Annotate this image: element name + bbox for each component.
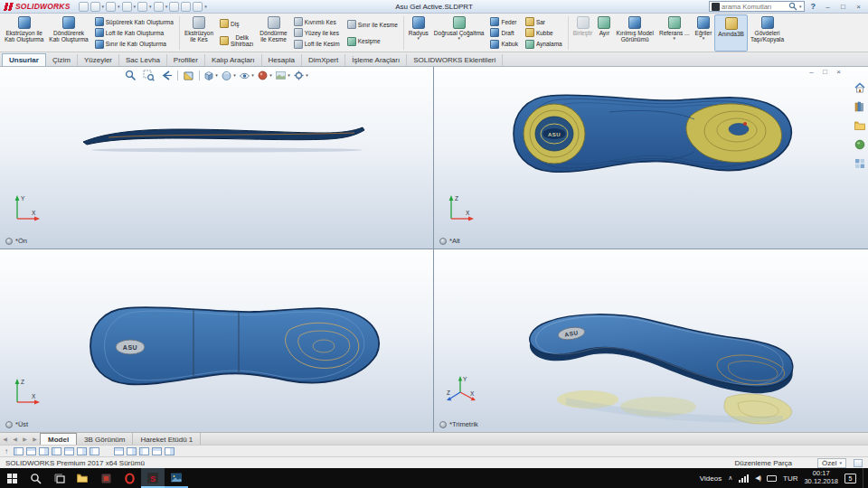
tray-expand-icon[interactable]: ∧ <box>728 474 732 482</box>
swept-cut-button[interactable]: Kıvrımlı Kes <box>292 17 342 26</box>
dock-icon[interactable] <box>64 447 74 455</box>
dock-icon[interactable] <box>39 447 49 455</box>
tab-surfaces[interactable]: Yüzeyler <box>78 54 119 66</box>
reference-geometry-button[interactable]: Referans ... ▾ <box>656 14 693 52</box>
collapse-panel-icon[interactable]: ↑ <box>5 447 8 455</box>
exploded-view-button[interactable]: Kırılmış ModelGörünümü <box>613 14 656 52</box>
edit-appearance-button[interactable]: ▾ <box>257 69 272 82</box>
reference-caret-icon[interactable]: ▾ <box>673 36 675 42</box>
custom-properties-icon[interactable] <box>854 157 866 170</box>
tab-scroll-next-button[interactable]: ▶ <box>20 433 30 445</box>
new-document-icon[interactable] <box>79 2 89 12</box>
appearances-sphere-icon[interactable] <box>854 138 866 151</box>
maximize-button[interactable]: □ <box>837 2 849 12</box>
top-view-pane[interactable]: ASU Z X *Üst <box>0 249 433 432</box>
help-button[interactable]: ? <box>808 2 819 11</box>
tab-scroll-first-button[interactable]: ◀ <box>0 433 10 445</box>
status-options-icon[interactable] <box>854 459 863 467</box>
photos-button[interactable] <box>165 468 188 488</box>
doc-restore-button[interactable]: □ <box>819 67 831 77</box>
tab-evaluate[interactable]: Hesapla <box>262 54 302 66</box>
tray-app-label[interactable]: Videos <box>700 474 722 483</box>
hide-show-items-button[interactable]: ▾ <box>239 69 254 82</box>
pinned-app-button[interactable] <box>94 468 118 488</box>
action-center-icon[interactable]: 5 <box>844 474 856 483</box>
language-indicator[interactable]: TUR <box>783 474 797 483</box>
dock-icon[interactable] <box>90 447 99 455</box>
view-orientation-button[interactable]: ▾ <box>203 69 218 82</box>
extruded-boss-button[interactable]: Ekstrüzyon ileKatı Oluşturma <box>2 14 46 52</box>
swept-boss-button[interactable]: Süpürerek Katı Oluşturma <box>93 17 175 26</box>
select-caret-icon[interactable]: ▾ <box>165 4 168 9</box>
undo-caret-icon[interactable]: ▾ <box>149 4 152 9</box>
tab-sketch[interactable]: Çizim <box>46 54 78 66</box>
tab-scroll-prev-button[interactable]: ◀ <box>10 433 20 445</box>
apply-scene-button[interactable]: ▾ <box>275 69 290 82</box>
motion-study-tab[interactable]: Hareket Etüdü 1 <box>133 433 201 445</box>
close-button[interactable]: × <box>853 2 864 12</box>
minimize-button[interactable]: – <box>822 2 834 12</box>
tab-sheet-metal[interactable]: Sac Levha <box>119 54 167 66</box>
lofted-boss-button[interactable]: Loft ile Katı Oluşturma <box>93 28 175 37</box>
draft-button[interactable]: Draft <box>488 28 519 37</box>
options-caret-icon[interactable]: ▾ <box>204 4 207 9</box>
rebuild-icon[interactable] <box>169 2 179 12</box>
move-copy-bodies-button[interactable]: GövdeleriTaşı/Kopyala <box>748 14 787 52</box>
dock-icon[interactable] <box>77 447 87 455</box>
section-view-button[interactable] <box>181 69 196 82</box>
network-icon[interactable] <box>739 474 749 483</box>
previous-view-button[interactable] <box>159 69 175 82</box>
save-icon[interactable] <box>106 2 116 12</box>
hide-show-caret-icon[interactable]: ▾ <box>251 73 254 79</box>
dock-icon[interactable] <box>139 447 149 455</box>
units-dropdown[interactable]: Özel▾ <box>817 458 846 468</box>
appearance-caret-icon[interactable]: ▾ <box>269 73 272 79</box>
trimetric-view-pane[interactable]: ASU Y X Z *Trimetrik <box>434 249 868 432</box>
thread-button[interactable]: Diş <box>218 19 255 28</box>
taskbar-clock[interactable]: 00:17 30.12.2018 <box>804 470 838 485</box>
tab-features[interactable]: Unsurlar <box>2 53 46 66</box>
print-icon[interactable] <box>122 2 132 12</box>
model-tab[interactable]: Model <box>40 433 77 445</box>
revolved-boss-button[interactable]: DöndürerekKatı Oluşturma <box>46 14 90 52</box>
open-icon[interactable] <box>90 2 100 12</box>
view-settings-button[interactable]: ▾ <box>293 69 308 82</box>
tab-mold-tools[interactable]: Kalıp Araçları <box>205 54 262 66</box>
search-input[interactable] <box>722 3 787 11</box>
design-library-icon[interactable] <box>854 100 866 113</box>
options-icon[interactable] <box>193 2 203 12</box>
fillet-caret-icon[interactable]: ▾ <box>418 36 420 42</box>
tab-dimxpert[interactable]: DimXpert <box>302 54 345 66</box>
zoom-fit-button[interactable] <box>123 69 138 82</box>
task-view-button[interactable] <box>47 468 71 488</box>
open-caret-icon[interactable]: ▾ <box>102 4 105 9</box>
doc-minimize-button[interactable]: – <box>806 67 817 77</box>
shell-button[interactable]: Kabuk <box>488 40 519 49</box>
mirror-button[interactable]: Aynalama <box>524 40 564 49</box>
boundary-cut-button[interactable]: Sınır ile Kesme <box>345 20 400 29</box>
touch-keyboard-icon[interactable] <box>767 475 777 482</box>
select-icon[interactable] <box>154 2 164 12</box>
view-orientation-caret-icon[interactable]: ▾ <box>215 73 218 79</box>
display-style-caret-icon[interactable]: ▾ <box>233 73 236 79</box>
command-search[interactable]: ▾ <box>709 1 805 12</box>
save-caret-icon[interactable]: ▾ <box>118 4 120 9</box>
tab-scroll-last-button[interactable]: ▶ <box>30 433 40 445</box>
instant3d-button[interactable]: Anında3B <box>714 14 748 52</box>
opera-button[interactable] <box>118 468 141 488</box>
start-button[interactable] <box>0 468 24 488</box>
wrap-button[interactable]: Sar <box>524 17 564 26</box>
taskbar-search-button[interactable] <box>24 468 47 488</box>
linear-pattern-button[interactable]: Doğrusal Çoğaltma ▾ <box>431 14 487 52</box>
view-settings-caret-icon[interactable]: ▾ <box>306 73 308 79</box>
scene-caret-icon[interactable]: ▾ <box>288 73 290 79</box>
dome-button[interactable]: Kubbe <box>524 28 564 37</box>
file-explorer-button[interactable] <box>71 468 94 488</box>
dock-icon[interactable] <box>127 447 137 455</box>
hole-wizard-button[interactable]: DelikSihirbazı <box>218 34 255 47</box>
front-view-pane[interactable]: Y X *Ön <box>0 67 433 249</box>
file-explorer-pane-icon[interactable] <box>854 119 866 132</box>
show-desktop-button[interactable] <box>863 468 866 488</box>
dock-icon[interactable] <box>114 447 124 455</box>
split-button[interactable]: Ayır <box>595 14 613 52</box>
